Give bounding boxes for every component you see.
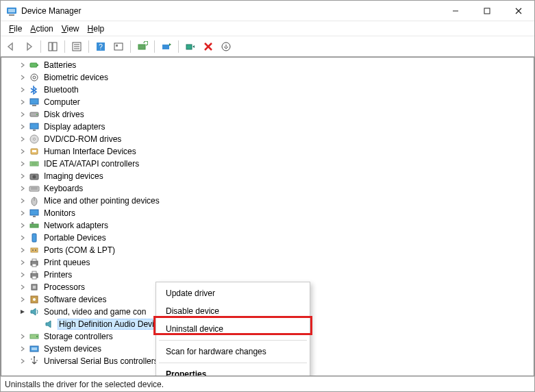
forward-button[interactable] (21, 39, 36, 54)
svg-point-41 (33, 175, 36, 179)
expander-icon[interactable] (18, 245, 27, 255)
enable-device-button[interactable] (183, 39, 198, 54)
expander-icon[interactable] (18, 196, 27, 206)
expander-icon[interactable] (18, 134, 27, 144)
tree-item-label: IDE ATA/ATAPI controllers (42, 159, 140, 169)
printer-icon (29, 257, 40, 268)
tree-item-label: System devices (42, 344, 103, 354)
menu-view[interactable]: View (58, 23, 84, 35)
ctx-update-driver[interactable]: Update driver (156, 284, 310, 302)
device-manager-window: Device Manager File Action View Help ? B… (0, 0, 535, 392)
storage-icon (29, 331, 40, 342)
usb-icon (29, 356, 40, 367)
expander-icon[interactable] (18, 122, 27, 132)
svg-point-66 (36, 336, 38, 337)
show-hidden-button[interactable] (111, 39, 126, 54)
down-arrow-button[interactable] (219, 39, 234, 54)
tree-item[interactable]: Mice and other pointing devices (5, 195, 534, 207)
svg-rect-62 (33, 286, 36, 289)
menu-action[interactable]: Action (26, 23, 57, 35)
tree-item[interactable]: Printers (5, 269, 534, 281)
expander-icon[interactable] (18, 208, 27, 218)
properties-button[interactable] (69, 39, 84, 54)
uninstall-device-button[interactable] (201, 39, 216, 54)
ctx-scan-hardware[interactable]: Scan for hardware changes (156, 343, 310, 360)
toolbar-separator (88, 40, 89, 53)
ctx-separator (159, 363, 307, 363)
cpu-icon (29, 282, 40, 293)
expander-icon[interactable] (18, 332, 27, 341)
svg-rect-23 (30, 63, 37, 67)
expander-icon[interactable] (18, 85, 27, 95)
expander-icon[interactable] (18, 147, 27, 156)
tree-item[interactable]: Ports (COM & LPT) (5, 244, 534, 256)
tree-item[interactable]: Batteries (5, 59, 534, 71)
tree-item-label: Mice and other pointing devices (42, 196, 161, 206)
tree-item-label: Computer (42, 97, 82, 107)
svg-rect-1 (8, 9, 15, 12)
expander-icon[interactable] (18, 295, 27, 304)
expander-icon[interactable] (18, 258, 27, 267)
tree-item[interactable]: Display adapters (5, 121, 534, 133)
expander-icon[interactable] (18, 221, 27, 230)
svg-rect-56 (32, 259, 36, 261)
svg-point-64 (33, 298, 36, 301)
menu-help[interactable]: Help (84, 23, 109, 35)
expander-icon[interactable] (18, 233, 27, 243)
expander-spacer (33, 319, 42, 329)
tree-item-label: DVD/CD-ROM drives (42, 134, 123, 144)
tree-item[interactable]: Network adapters (5, 219, 534, 232)
help-button[interactable]: ? (93, 39, 108, 54)
expander-icon[interactable] (18, 73, 27, 82)
svg-rect-47 (30, 210, 38, 215)
tree-item[interactable]: DVD/CD-ROM drives (5, 133, 534, 145)
expander-icon[interactable] (18, 60, 27, 70)
tree-item-label: Ports (COM & LPT) (42, 245, 116, 255)
expander-icon[interactable] (18, 282, 27, 292)
tree-item[interactable]: Portable Devices (5, 232, 534, 244)
tree-item-label: Storage controllers (42, 332, 114, 341)
show-tree-button[interactable] (45, 39, 60, 54)
tree-item-label: Biometric devices (42, 73, 110, 82)
tree-item[interactable]: Biometric devices (5, 71, 534, 84)
expander-icon[interactable] (18, 356, 27, 366)
expander-icon[interactable] (18, 171, 27, 181)
expander-icon[interactable] (18, 307, 27, 317)
back-button[interactable] (3, 39, 18, 54)
expander-icon[interactable] (18, 159, 27, 169)
expander-icon[interactable] (18, 344, 27, 354)
scan-button[interactable] (135, 39, 150, 54)
tree-item[interactable]: Bluetooth (5, 84, 534, 96)
tree-item[interactable]: Human Interface Devices (5, 145, 534, 158)
tree-item[interactable]: Keyboards (5, 182, 534, 195)
expander-icon[interactable] (18, 97, 27, 107)
update-driver-button[interactable] (159, 39, 174, 54)
disk-icon (29, 109, 40, 120)
minimize-button[interactable] (440, 1, 471, 21)
tree-item[interactable]: Computer (5, 96, 534, 108)
svg-rect-4 (484, 8, 490, 14)
tree-item[interactable]: Disk drives (5, 108, 534, 121)
expander-icon[interactable] (18, 270, 27, 280)
maximize-button[interactable] (471, 1, 503, 21)
svg-rect-17 (138, 45, 145, 49)
ctx-disable-device[interactable]: Disable device (156, 302, 310, 320)
ctx-uninstall-device[interactable]: Uninstall device (156, 320, 310, 338)
svg-rect-28 (32, 105, 36, 106)
expander-icon[interactable] (18, 184, 27, 193)
expander-icon[interactable] (18, 110, 27, 119)
tree-item[interactable]: Print queues (5, 256, 534, 269)
battery-icon (29, 60, 40, 71)
svg-rect-15 (114, 43, 123, 50)
tree-item[interactable]: Imaging devices (5, 170, 534, 182)
tree-item[interactable]: Monitors (5, 207, 534, 219)
menu-file[interactable]: File (5, 23, 26, 35)
port-icon (29, 245, 40, 256)
ctx-properties[interactable]: Properties (156, 365, 310, 376)
tree-item-label: Processors (42, 282, 86, 292)
close-button[interactable] (503, 1, 534, 21)
tree-item-label: Software devices (42, 295, 108, 304)
client-area: BatteriesBiometric devicesBluetoothCompu… (1, 57, 534, 376)
computer-icon (29, 97, 40, 108)
tree-item[interactable]: IDE ATA/ATAPI controllers (5, 158, 534, 170)
